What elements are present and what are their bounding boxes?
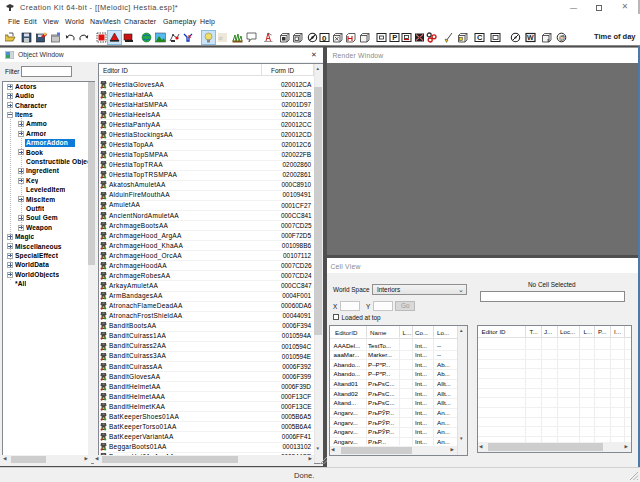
svg-text:dr: dr bbox=[219, 35, 224, 41]
svg-text:0: 0 bbox=[322, 34, 327, 43]
svg-text:C: C bbox=[477, 33, 483, 42]
svg-text:P: P bbox=[392, 33, 397, 42]
svg-text:W: W bbox=[527, 34, 534, 41]
svg-text:@: @ bbox=[558, 34, 565, 41]
